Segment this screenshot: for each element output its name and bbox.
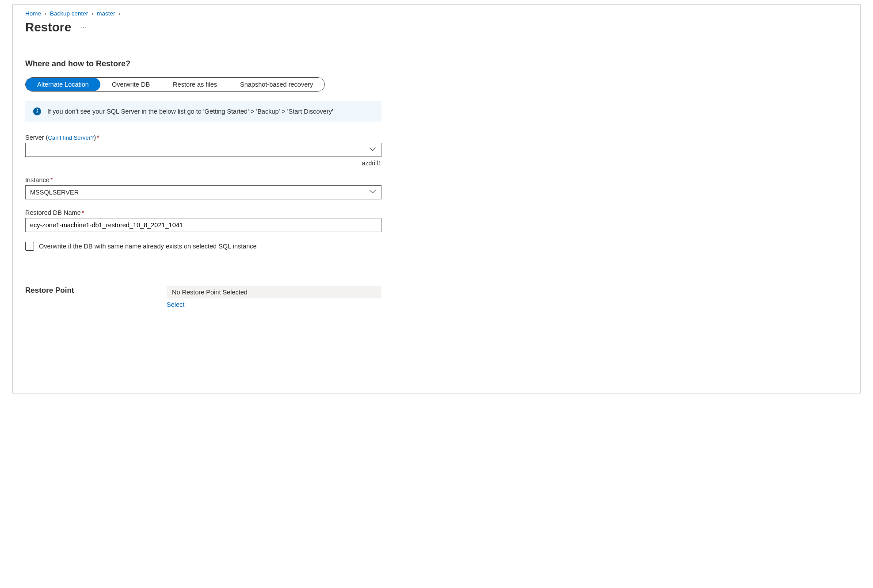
tab-alternate-location[interactable]: Alternate Location <box>26 78 100 91</box>
tab-snapshot-recovery[interactable]: Snapshot-based recovery <box>229 78 324 91</box>
info-icon: i <box>33 107 41 115</box>
server-select[interactable] <box>25 143 381 157</box>
breadcrumb-home[interactable]: Home <box>25 10 41 17</box>
required-icon: * <box>50 176 53 183</box>
required-icon: * <box>97 134 99 141</box>
section-heading: Where and how to Restore? <box>25 59 848 69</box>
tab-overwrite-db[interactable]: Overwrite DB <box>100 78 161 91</box>
overwrite-checkbox[interactable] <box>25 242 34 251</box>
server-helper-text: azdrill1 <box>25 160 381 167</box>
cant-find-server-link[interactable]: Can't find Server? <box>48 134 94 141</box>
breadcrumb: Home › Backup center › master › <box>25 9 848 17</box>
breadcrumb-master[interactable]: master <box>97 10 115 17</box>
chevron-right-icon: › <box>45 11 46 17</box>
restore-point-value: No Restore Point Selected <box>167 286 381 298</box>
restore-mode-tabs: Alternate Location Overwrite DB Restore … <box>25 77 325 92</box>
server-label: Server (Can't find Server?)* <box>25 134 381 141</box>
instance-select-value: MSSQLSERVER <box>30 189 79 196</box>
chevron-down-icon <box>370 147 377 153</box>
dbname-label: Restored DB Name* <box>25 209 381 216</box>
info-text: If you don't see your SQL Server in the … <box>47 108 333 115</box>
instance-select[interactable]: MSSQLSERVER <box>25 185 381 199</box>
info-banner: i If you don't see your SQL Server in th… <box>25 101 381 122</box>
chevron-right-icon: › <box>91 11 93 17</box>
chevron-right-icon: › <box>119 11 121 17</box>
chevron-down-icon <box>370 189 377 195</box>
instance-label: Instance* <box>25 176 381 183</box>
required-icon: * <box>82 209 84 216</box>
restore-point-heading: Restore Point <box>25 286 167 295</box>
overwrite-checkbox-label: Overwrite if the DB with same name alrea… <box>39 243 257 250</box>
more-actions-button[interactable]: ⋯ <box>78 22 89 34</box>
tab-restore-as-files[interactable]: Restore as files <box>161 78 229 91</box>
breadcrumb-backup-center[interactable]: Backup center <box>50 10 88 17</box>
dbname-input[interactable] <box>30 221 377 229</box>
restore-point-select-link[interactable]: Select <box>167 301 184 308</box>
page-title: Restore <box>25 20 71 34</box>
